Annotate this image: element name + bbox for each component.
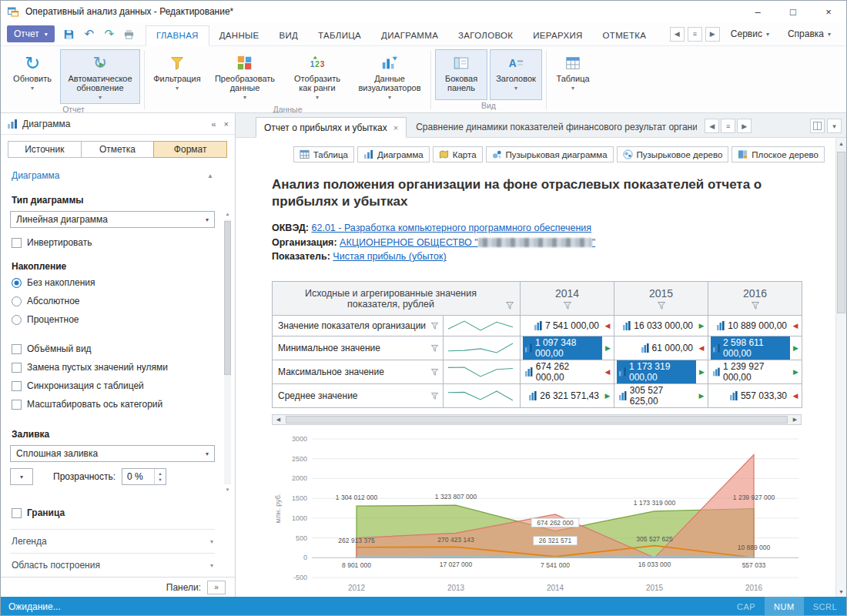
ribbon-tab-home[interactable]: ГЛАВНАЯ (146, 25, 209, 46)
close-button[interactable]: × (811, 1, 846, 22)
row-label-cell[interactable]: Минимальное значение (273, 336, 444, 360)
filter-icon[interactable] (430, 322, 439, 330)
filter-icon[interactable] (430, 368, 439, 377)
scroll-thumb[interactable] (224, 221, 231, 375)
filter-button[interactable]: Фильтрация ▾ (149, 49, 206, 104)
undo-button[interactable]: ↶ (80, 25, 99, 42)
ribbon-scroll-right-button[interactable]: ▶ (705, 27, 720, 42)
scroll-up-icon[interactable]: ▲ (224, 212, 231, 216)
value-cell[interactable]: 674 262 000,00◀ (521, 360, 614, 384)
section-legend[interactable]: Легенда ▾ (10, 529, 215, 553)
year-column-header-2015[interactable]: 2015 (614, 282, 708, 316)
content-v-scrollbar[interactable]: ▲ ▼ (835, 138, 846, 597)
transform-data-button[interactable]: Преобразовать данные ▾ (208, 49, 282, 104)
side-panel-button[interactable]: Боковая панель (435, 49, 487, 100)
ribbon-tab-data[interactable]: ДАННЫЕ (209, 26, 270, 45)
filter-icon[interactable] (751, 301, 760, 310)
visualizer-bubble-chart-button[interactable]: Пузырьковая диаграмма (486, 146, 614, 162)
document-tab-comparison[interactable]: Сравнение динамики показателей финансово… (408, 116, 697, 137)
row-label-cell[interactable]: Значение показателя организации (273, 316, 444, 336)
maximize-button[interactable]: □ (775, 1, 811, 22)
table-h-scrollbar[interactable]: ◀ ▶ (272, 414, 802, 425)
value-cell[interactable]: 1 173 319 000,00▶ (614, 360, 708, 384)
ribbon-tab-mark[interactable]: ОТМЕТКА (593, 26, 657, 45)
show-as-ranks-button[interactable]: 1 2 3 Отобразить как ранги ▾ (284, 49, 350, 104)
scroll-right-icon[interactable]: ▶ (789, 415, 801, 424)
scroll-thumb[interactable] (286, 416, 788, 424)
panel-tab-format[interactable]: Формат (153, 141, 227, 158)
visualizer-bubble-tree-button[interactable]: Пузырьковое дерево (617, 146, 729, 162)
panel-tab-source[interactable]: Источник (8, 141, 82, 158)
volume-view-checkbox[interactable]: Объёмный вид (10, 340, 215, 358)
ribbon-tab-table[interactable]: ТАБЛИЦА (308, 26, 371, 45)
indicator-link[interactable]: Чистая прибыль (убыток) (333, 251, 446, 262)
value-cell[interactable]: 2 598 611 000,00▶ (708, 336, 802, 360)
redo-button[interactable]: ↷ (100, 25, 119, 42)
value-cell[interactable]: 305 527 625,00▶ (614, 384, 708, 408)
close-tab-icon[interactable]: × (393, 123, 398, 132)
fill-type-select[interactable]: Сплошная заливка ▾ (10, 445, 215, 462)
visualizer-flat-tree-button[interactable]: Плоское дерево (732, 146, 825, 162)
stacking-radio-percent[interactable]: Процентное (10, 310, 215, 329)
service-menu[interactable]: Сервис▾ (723, 28, 777, 39)
document-tab-profit-loss[interactable]: Отчет о прибылях и убытках × (256, 117, 407, 138)
year-column-header-2014[interactable]: 2014 (521, 282, 614, 316)
okved-link[interactable]: 62.01 - Разработка компьютерного програм… (312, 223, 592, 233)
tab-scroll-right-button[interactable]: ▶ (737, 119, 752, 133)
value-cell[interactable]: 1 239 927 000,00▶ (708, 360, 802, 384)
report-menu-button[interactable]: Отчет ▾ (7, 25, 55, 42)
close-panel-button[interactable]: × (224, 119, 229, 129)
value-cell[interactable]: 1 097 348 000,00▶ (521, 336, 614, 360)
table-button[interactable]: Таблица ▾ (551, 49, 595, 109)
title-toggle-button[interactable]: A Заголовок ▾ (490, 49, 542, 100)
panel-scrollbar[interactable]: ▲ ▼ (224, 212, 231, 492)
transparency-spinner[interactable]: 0 % ▲▼ (122, 468, 166, 485)
filter-icon[interactable] (430, 344, 439, 353)
invert-checkbox[interactable]: Инвертировать (10, 233, 215, 252)
visualizer-map-button[interactable]: Карта (433, 146, 483, 162)
scroll-thumb[interactable] (837, 152, 845, 313)
scroll-up-icon[interactable]: ▲ (836, 138, 846, 149)
scroll-left-icon[interactable]: ◀ (273, 415, 284, 424)
tab-scroll-left-button[interactable]: ◀ (705, 119, 719, 133)
value-cell[interactable]: 7 541 000,00◀ (521, 316, 614, 336)
row-label-cell[interactable]: Среднее значение (273, 384, 444, 408)
value-cell[interactable]: 16 033 000,00▶ (614, 316, 708, 336)
stacking-radio-absolute[interactable]: Абсолютное (10, 292, 215, 310)
section-plot-area[interactable]: Область построения ▾ (10, 553, 215, 577)
tab-list-button[interactable]: ≡ (721, 119, 735, 133)
value-cell[interactable]: 557 033,30◀ (708, 384, 802, 408)
chart-type-select[interactable]: Линейная диаграмма ▾ (10, 211, 215, 228)
minimize-button[interactable]: – (740, 1, 775, 22)
visualizer-data-button[interactable]: Данные визуализаторов ▾ (353, 49, 427, 104)
filter-icon[interactable] (505, 301, 514, 310)
ribbon-menu-button[interactable]: ≡ (688, 27, 702, 42)
ribbon-tab-header[interactable]: ЗАГОЛОВОК (448, 26, 523, 45)
refresh-button[interactable]: ↻ Обновить ▾ (7, 49, 58, 104)
visualizer-table-button[interactable]: Таблица (293, 146, 354, 162)
spinner-arrows[interactable]: ▲▼ (154, 469, 166, 484)
replace-empty-checkbox[interactable]: Замена пустых значений нулями (10, 358, 215, 377)
panels-expand-button[interactable]: » (207, 581, 226, 594)
save-button[interactable] (60, 25, 79, 42)
value-cell[interactable]: 10 889 000,00◀ (708, 316, 802, 336)
filter-icon[interactable] (657, 301, 666, 310)
fill-color-dropdown[interactable]: ▾ (10, 468, 33, 485)
row-label-cell[interactable]: Максимальное значение (273, 360, 444, 384)
visualizer-chart-button[interactable]: Диаграмма (357, 146, 430, 162)
ribbon-tab-view[interactable]: ВИД (269, 26, 308, 45)
scale-axis-checkbox[interactable]: Масштабировать ось категорий (10, 395, 215, 413)
stacking-radio-none[interactable]: Без накопления (10, 273, 215, 292)
help-menu[interactable]: Справка▾ (780, 28, 839, 39)
filter-icon[interactable] (563, 301, 572, 310)
border-checkbox[interactable]: Граница (10, 504, 215, 522)
split-layout-button[interactable] (810, 119, 825, 133)
organization-link[interactable]: АКЦИОНЕРНОЕ ОБЩЕСТВО "" (340, 237, 595, 248)
ribbon-tab-hierarchy[interactable]: ИЕРАРХИЯ (523, 26, 592, 45)
year-column-header-2016[interactable]: 2016 (708, 282, 802, 316)
ribbon-tab-chart[interactable]: ДИАГРАММА (371, 26, 448, 45)
sync-table-checkbox[interactable]: Синхронизация с таблицей (10, 377, 215, 395)
collapse-panel-button[interactable]: « (211, 119, 216, 129)
panel-tab-mark[interactable]: Отметка (81, 141, 155, 158)
auto-refresh-button[interactable]: ↻ ▶ Автоматическое обновление ▾ (60, 49, 140, 104)
